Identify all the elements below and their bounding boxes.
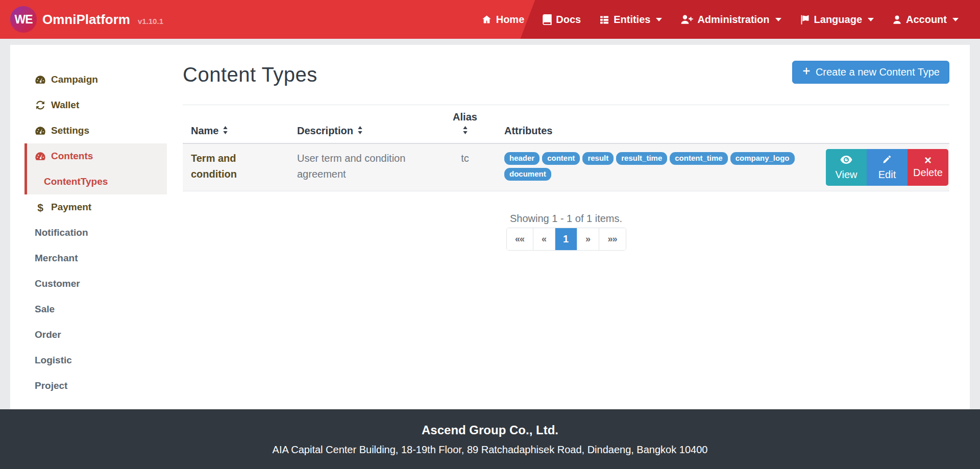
create-content-type-button[interactable]: Create a new Content Type (792, 61, 949, 84)
sidebar-item-project[interactable]: Project (24, 373, 167, 399)
sidebar-item-label: Logistic (35, 355, 72, 366)
sidebar-active-group: Contents ContentTypes (24, 143, 167, 194)
sidebar-item-label: Contents (51, 151, 93, 162)
sidebar-item-merchant[interactable]: Merchant (24, 245, 167, 271)
flag-icon (800, 14, 810, 25)
sidebar-item-contenttypes[interactable]: ContentTypes (27, 169, 167, 194)
gauge-icon (35, 152, 46, 161)
sort-name[interactable]: Name (191, 125, 228, 137)
pagination-last-button[interactable]: »» (599, 228, 626, 250)
sort-description[interactable]: Description (297, 125, 363, 137)
pagination-summary: Showing 1 - 1 of 1 items. (510, 213, 622, 225)
sidebar-item-label: Wallet (51, 100, 79, 111)
nav-item-administration[interactable]: Administration (680, 14, 781, 26)
pagination: «« « 1 » »» (507, 228, 626, 250)
sidebar-item-campaign[interactable]: Campaign (24, 67, 167, 92)
row-action-buttons: View Edit × Delete (826, 149, 948, 186)
footer-address: AIA Capital Center Building, 18-19th Flo… (273, 444, 708, 456)
footer-company: Ascend Group Co., Ltd. (422, 423, 558, 437)
page-title: Content Types (183, 63, 317, 86)
cell-description: User term and condition agreement (289, 143, 439, 191)
view-button[interactable]: View (826, 149, 867, 186)
sidebar-item-order[interactable]: Order (24, 322, 167, 348)
home-icon (481, 14, 492, 24)
navbar: WE OmniPlatform v1.10.1 Home Docs Entiti… (0, 0, 980, 39)
eye-icon (840, 155, 852, 166)
nav-item-account[interactable]: Account (892, 14, 959, 26)
cell-name[interactable]: Term and condition (183, 143, 289, 191)
page: WE OmniPlatform v1.10.1 Home Docs Entiti… (0, 0, 980, 469)
delete-button[interactable]: × Delete (908, 149, 948, 186)
header-label: Name (191, 125, 218, 137)
sidebar-item-label: Customer (35, 278, 80, 289)
gauge-icon (35, 75, 46, 84)
sidebar-item-label: Order (35, 329, 61, 340)
edit-button-label: Edit (878, 169, 896, 181)
sort-alias[interactable]: Alias (453, 111, 477, 137)
brand-name: OmniPlatform (42, 12, 130, 28)
sidebar: Campaign Wallet Settings Contents (10, 45, 176, 409)
nav-item-label: Docs (556, 14, 581, 26)
attribute-badge: content_time (670, 152, 727, 165)
attribute-badge: company_logo (730, 152, 795, 165)
brand[interactable]: WE OmniPlatform v1.10.1 (0, 6, 163, 33)
table-header-row: Name Description (183, 105, 949, 144)
header-attributes: Attributes (491, 105, 819, 144)
main-header: Content Types Create a new Content Type (183, 60, 949, 86)
attribute-badge: result_time (616, 152, 667, 165)
book-icon (543, 14, 552, 25)
nav-item-label: Administration (697, 14, 769, 26)
plus-icon (802, 66, 811, 78)
nav-item-label: Account (906, 14, 947, 26)
user-icon (892, 14, 902, 25)
pagination-page-1[interactable]: 1 (555, 228, 577, 250)
brand-logo-text: WE (14, 13, 32, 27)
sidebar-item-settings[interactable]: Settings (24, 118, 167, 143)
header-actions (819, 105, 949, 144)
sidebar-item-label: Merchant (35, 253, 78, 264)
header-description: Description (289, 105, 439, 144)
sidebar-item-sale[interactable]: Sale (24, 297, 167, 322)
sidebar-item-contents[interactable]: Contents (27, 143, 167, 169)
content-card: Campaign Wallet Settings Contents (10, 45, 970, 409)
nav-item-label: Home (496, 14, 525, 26)
sidebar-item-label: Settings (51, 125, 89, 136)
edit-button[interactable]: Edit (867, 149, 908, 186)
sidebar-item-label: Notification (35, 227, 88, 238)
sidebar-item-logistic[interactable]: Logistic (24, 348, 167, 373)
sidebar-item-label: Campaign (51, 74, 98, 85)
pagination-prev-button[interactable]: « (533, 228, 555, 250)
pagination-section: Showing 1 - 1 of 1 items. «« « 1 » »» (183, 213, 949, 250)
pagination-first-button[interactable]: «« (507, 228, 533, 250)
nav-item-entities[interactable]: Entities (599, 14, 662, 26)
attribute-badge: result (582, 152, 614, 165)
attribute-badge: document (504, 168, 551, 181)
nav-item-docs[interactable]: Docs (543, 14, 581, 26)
table-row: Term and condition User term and conditi… (183, 143, 949, 191)
sidebar-item-notification[interactable]: Notification (24, 220, 167, 245)
header-label: Alias (453, 111, 477, 123)
attribute-badges: header content result result_time conten… (504, 151, 811, 181)
sidebar-item-label: ContentTypes (44, 176, 108, 187)
content-area: Campaign Wallet Settings Contents (0, 39, 980, 409)
cell-actions: View Edit × Delete (819, 143, 949, 191)
main-content: Content Types Create a new Content Type … (176, 45, 970, 409)
sidebar-item-wallet[interactable]: Wallet (24, 92, 167, 118)
footer: Ascend Group Co., Ltd. AIA Capital Cente… (0, 409, 980, 469)
list-icon (599, 15, 609, 24)
sidebar-item-customer[interactable]: Customer (24, 271, 167, 297)
pagination-next-button[interactable]: » (577, 228, 599, 250)
sidebar-item-label: Payment (51, 202, 91, 213)
sidebar-item-label: Project (35, 380, 67, 391)
nav-item-home[interactable]: Home (481, 14, 525, 26)
nav-item-label: Entities (614, 14, 650, 26)
chevron-down-icon (775, 18, 781, 21)
nav-item-language[interactable]: Language (800, 14, 874, 26)
sidebar-item-payment[interactable]: $ Payment (24, 194, 167, 220)
nav-item-label: Language (814, 14, 862, 26)
header-label: Description (297, 125, 353, 137)
chevron-down-icon (656, 18, 662, 21)
view-button-label: View (836, 169, 857, 181)
user-plus-icon (680, 14, 693, 25)
sync-icon (35, 100, 46, 110)
